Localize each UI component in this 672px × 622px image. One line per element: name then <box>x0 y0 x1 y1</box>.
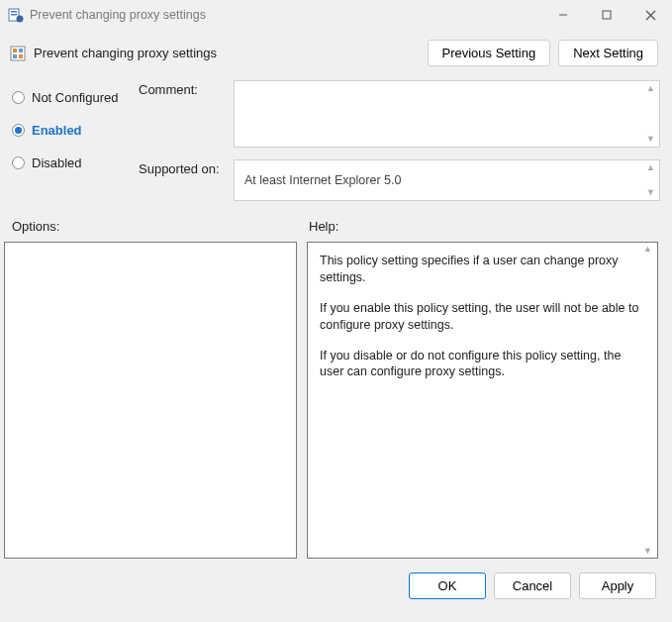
svg-rect-2 <box>11 14 17 16</box>
radio-disabled[interactable]: Disabled <box>12 156 139 170</box>
scroll-indicator: ▲▼ <box>646 84 656 144</box>
help-label: Help: <box>309 219 658 234</box>
svg-rect-9 <box>13 49 17 52</box>
window-title: Prevent changing proxy settings <box>30 8 541 22</box>
radio-not-configured[interactable]: Not Configured <box>12 90 139 105</box>
supported-on-label: Supported on: <box>139 159 234 201</box>
svg-rect-11 <box>13 54 17 58</box>
supported-on-value: At least Internet Explorer 5.0 <box>244 173 401 187</box>
svg-rect-1 <box>11 11 17 13</box>
supported-on-box: At least Internet Explorer 5.0 ▲▼ <box>234 159 660 201</box>
policy-app-icon <box>8 7 24 23</box>
options-panel <box>4 242 297 559</box>
scroll-indicator: ▲▼ <box>646 163 656 197</box>
svg-rect-5 <box>603 11 611 19</box>
help-text: This policy setting specifies if a user … <box>320 253 645 286</box>
chevron-up-icon: ▲ <box>646 163 656 172</box>
close-button[interactable] <box>628 0 672 30</box>
dialog-footer: OK Cancel Apply <box>0 559 672 599</box>
scroll-indicator: ▲▼ <box>643 245 655 556</box>
state-radio-group: Not Configured Enabled Disabled <box>12 80 139 201</box>
previous-setting-button[interactable]: Previous Setting <box>428 40 551 66</box>
cancel-button[interactable]: Cancel <box>494 572 571 599</box>
help-panel: This policy setting specifies if a user … <box>307 242 658 559</box>
chevron-down-icon: ▼ <box>643 547 655 556</box>
radio-icon <box>12 156 25 169</box>
chevron-down-icon: ▼ <box>646 135 656 144</box>
comment-label: Comment: <box>139 80 234 148</box>
radio-enabled[interactable]: Enabled <box>12 123 139 138</box>
svg-point-3 <box>17 16 24 23</box>
svg-rect-10 <box>19 49 23 52</box>
radio-label: Disabled <box>32 156 82 170</box>
radio-icon <box>12 91 25 104</box>
apply-button[interactable]: Apply <box>579 572 656 599</box>
titlebar: Prevent changing proxy settings <box>0 0 672 30</box>
radio-label: Not Configured <box>32 90 118 105</box>
chevron-up-icon: ▲ <box>646 84 656 93</box>
chevron-down-icon: ▼ <box>646 188 656 197</box>
help-text: If you enable this policy setting, the u… <box>320 300 645 334</box>
radio-icon <box>12 124 25 137</box>
comment-textarea[interactable]: ▲▼ <box>234 80 660 148</box>
header-row: Prevent changing proxy settings Previous… <box>0 30 672 72</box>
minimize-button[interactable] <box>541 0 585 30</box>
policy-title: Prevent changing proxy settings <box>34 46 420 60</box>
next-setting-button[interactable]: Next Setting <box>558 40 658 66</box>
svg-rect-12 <box>19 54 23 58</box>
help-text: If you disable or do not configure this … <box>320 348 645 381</box>
options-label: Options: <box>12 219 309 234</box>
policy-icon <box>10 46 26 61</box>
maximize-button[interactable] <box>585 0 628 30</box>
chevron-up-icon: ▲ <box>643 245 655 254</box>
ok-button[interactable]: OK <box>409 572 486 599</box>
radio-label: Enabled <box>32 123 82 138</box>
